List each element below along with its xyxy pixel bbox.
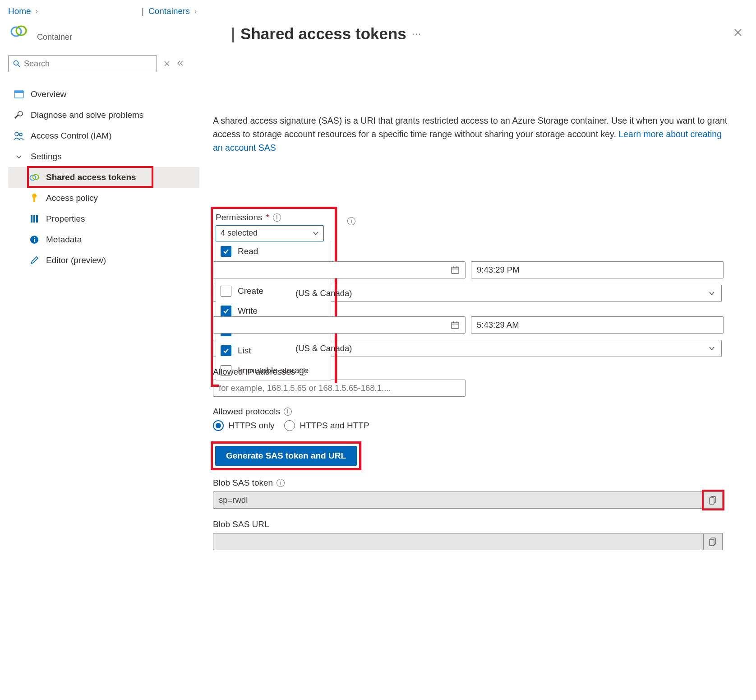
sidebar: Overview Diagnose and solve problems Acc…: [0, 46, 207, 550]
svg-line-3: [18, 65, 20, 67]
title-pipe: |: [231, 25, 235, 43]
sas-token-value: sp=rwdl: [219, 495, 248, 505]
required-star-icon: *: [266, 213, 269, 223]
more-actions-icon[interactable]: ···: [412, 28, 421, 40]
sidebar-item-label: Settings: [31, 152, 62, 162]
key-icon: [29, 193, 40, 204]
copy-icon: [709, 496, 717, 505]
breadcrumb: Home › | Containers ›: [0, 0, 756, 20]
sidebar-item-label: Overview: [31, 89, 66, 99]
svg-rect-13: [33, 215, 35, 223]
sas-url-output: [213, 533, 704, 550]
pencil-icon: [29, 255, 40, 266]
sidebar-settings-header[interactable]: Settings: [8, 146, 199, 167]
sidebar-item-properties[interactable]: Properties: [8, 209, 199, 229]
svg-rect-14: [36, 215, 38, 223]
people-icon: [14, 130, 24, 141]
sidebar-item-label: Shared access tokens: [46, 172, 136, 182]
perm-option-read[interactable]: Read: [216, 241, 331, 261]
end-time-input[interactable]: 5:43:29 AM: [471, 316, 724, 334]
sidebar-item-overview[interactable]: Overview: [8, 84, 199, 105]
start-tz-value: (US & Canada): [219, 288, 709, 298]
radio-label: HTTPS only: [228, 421, 274, 431]
checkbox-icon: [221, 246, 231, 257]
chevron-down-icon: [709, 290, 715, 297]
sidebar-item-label: Properties: [46, 214, 85, 224]
svg-rect-12: [31, 215, 32, 223]
sidebar-item-shared-access-tokens[interactable]: Shared access tokens: [8, 167, 199, 188]
info-icon: [29, 234, 40, 245]
start-date-input[interactable]: [213, 261, 466, 278]
allowed-ip-label: Allowed IP addresses: [213, 367, 295, 377]
sidebar-item-metadata[interactable]: Metadata: [8, 229, 199, 250]
allowed-ip-field[interactable]: [219, 383, 460, 393]
sidebar-item-label: Access policy: [46, 193, 98, 203]
sidebar-item-label: Metadata: [46, 235, 82, 245]
permissions-label-text: Permissions: [216, 213, 262, 223]
svg-point-6: [15, 132, 18, 136]
container-icon: [10, 24, 26, 37]
search-input[interactable]: [8, 55, 157, 72]
checkbox-icon: [221, 306, 231, 316]
highlight-annotation: Generate SAS token and URL: [213, 444, 359, 468]
sas-token-output: sp=rwdl: [213, 491, 704, 509]
sidebar-item-access-policy[interactable]: Access policy: [8, 188, 199, 209]
close-icon[interactable]: [730, 24, 746, 43]
perm-option-label: Write: [238, 306, 258, 316]
permissions-dropdown[interactable]: 4 selected: [216, 225, 324, 241]
sidebar-item-label: Editor (preview): [46, 255, 106, 265]
radio-label: HTTPS and HTTP: [300, 421, 369, 431]
pipe-separator: |: [142, 6, 144, 16]
sidebar-item-label: Diagnose and solve problems: [31, 110, 143, 120]
end-time-value: 5:43:29 AM: [477, 320, 519, 330]
copy-sas-url-button[interactable]: [704, 533, 723, 550]
sidebar-item-editor[interactable]: Editor (preview): [8, 250, 199, 271]
permissions-selected-text: 4 selected: [221, 228, 258, 238]
chevron-down-icon: [709, 345, 715, 352]
svg-rect-17: [34, 237, 35, 238]
svg-rect-27: [710, 498, 714, 504]
info-icon[interactable]: i: [277, 479, 285, 487]
svg-rect-16: [34, 239, 35, 242]
radio-icon: [284, 420, 295, 431]
sidebar-item-iam[interactable]: Access Control (IAM): [8, 125, 199, 146]
clear-search-icon[interactable]: [164, 60, 170, 68]
info-icon[interactable]: i: [299, 368, 307, 376]
svg-rect-22: [452, 322, 459, 329]
end-date-input[interactable]: [213, 316, 466, 334]
content-pane: A shared access signature (SAS) is a URI…: [207, 46, 749, 550]
radio-icon: [213, 420, 224, 431]
overview-icon: [14, 89, 24, 100]
svg-rect-29: [710, 539, 714, 546]
sas-token-label: Blob SAS token: [213, 478, 273, 488]
sidebar-item-label: Access Control (IAM): [31, 131, 111, 141]
chevron-down-icon: [313, 230, 319, 236]
search-icon: [13, 60, 20, 67]
svg-rect-11: [33, 198, 35, 202]
breadcrumb-home[interactable]: Home: [8, 6, 31, 16]
breadcrumb-containers[interactable]: Containers: [148, 6, 190, 16]
properties-icon: [29, 213, 40, 224]
copy-sas-token-button[interactable]: [704, 491, 723, 509]
perm-option-label: Read: [238, 246, 258, 256]
svg-point-10: [32, 194, 37, 198]
wrench-icon: [14, 110, 24, 121]
info-icon[interactable]: i: [284, 408, 292, 416]
sidebar-item-diagnose[interactable]: Diagnose and solve problems: [8, 105, 199, 125]
start-time-input[interactable]: 9:43:29 PM: [471, 261, 724, 278]
collapse-sidebar-icon[interactable]: [177, 60, 184, 68]
radio-https-only[interactable]: HTTPS only: [213, 420, 274, 431]
svg-rect-18: [452, 267, 459, 274]
search-field[interactable]: [24, 59, 152, 69]
generate-sas-button[interactable]: Generate SAS token and URL: [215, 446, 357, 466]
svg-rect-5: [14, 91, 23, 93]
svg-point-7: [19, 133, 22, 136]
intro-text: A shared access signature (SAS) is a URI…: [213, 114, 731, 155]
chevron-right-icon: ›: [194, 7, 197, 15]
chevron-down-icon: [14, 151, 24, 162]
radio-https-and-http[interactable]: HTTPS and HTTP: [284, 420, 369, 431]
info-icon[interactable]: i: [273, 213, 281, 222]
permissions-label: Permissions * i: [216, 213, 331, 223]
copy-icon: [709, 537, 717, 546]
svg-point-2: [14, 61, 18, 65]
